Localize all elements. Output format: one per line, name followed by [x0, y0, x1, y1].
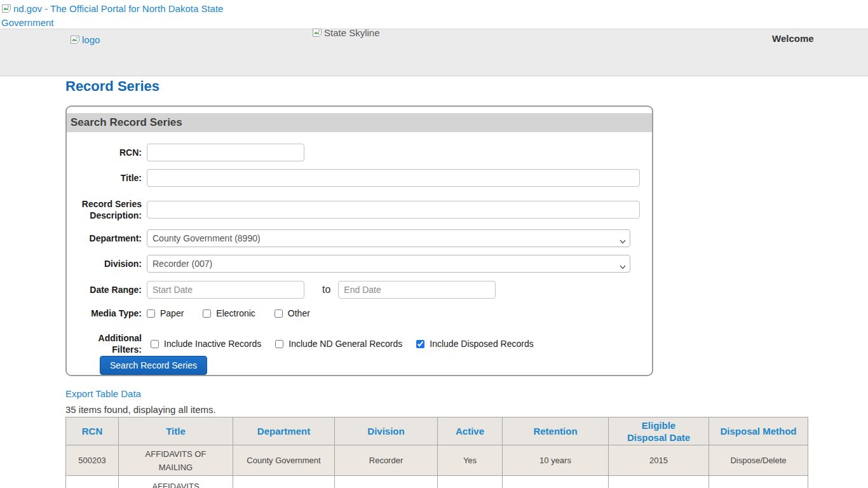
description-label: Record Series Description:	[67, 198, 142, 221]
results-summary: 35 items found, displaying all items.	[65, 404, 216, 415]
export-table-data-link[interactable]: Export Table Data	[65, 388, 141, 399]
date-range-label: Date Range:	[67, 284, 142, 295]
cell-active: Yes	[438, 445, 503, 476]
ndgov-portal-link[interactable]: nd.gov - The Official Portal for North D…	[1, 3, 249, 29]
welcome-text: Welcome	[772, 33, 814, 44]
other-label: Other	[288, 308, 310, 318]
column-header-disposal-method[interactable]: Disposal Method	[709, 417, 808, 445]
column-header-title[interactable]: Title	[119, 417, 233, 445]
additional-filters-label: Additional Filters:	[67, 332, 142, 355]
media-option-paper[interactable]: Paper	[147, 308, 184, 318]
cell-retention: 10 years	[503, 445, 609, 476]
search-panel-title: Search Record Series	[67, 113, 652, 132]
page: nd.gov - The Official Portal for North D…	[0, 0, 868, 488]
cell-department	[233, 476, 335, 488]
cell-disposal-method	[709, 476, 808, 488]
other-checkbox[interactable]	[275, 309, 283, 318]
filter-include-nd-general[interactable]: Include ND General Records	[275, 339, 402, 349]
description-input[interactable]	[147, 201, 640, 219]
start-date-input[interactable]	[147, 281, 304, 299]
broken-image-icon	[312, 28, 323, 39]
department-select[interactable]: County Government (8990)	[147, 229, 630, 247]
cell-disposal-method: Dispose/Delete	[709, 445, 808, 476]
table-row: AFFIDAVITS	[66, 476, 808, 488]
include-nd-general-checkbox[interactable]	[275, 340, 283, 348]
cell-department: County Government	[233, 445, 335, 476]
column-header-retention[interactable]: Retention	[503, 417, 609, 445]
title-label: Title:	[67, 172, 142, 184]
media-option-other[interactable]: Other	[275, 308, 310, 318]
cell-title: AFFIDAVITS OF MAILING	[119, 445, 233, 476]
cell-rcn: 500203	[66, 445, 119, 476]
cell-title: AFFIDAVITS	[119, 476, 233, 488]
cell-active	[438, 476, 503, 488]
cell-retention	[503, 476, 609, 488]
cell-division	[335, 476, 438, 488]
search-record-series-button[interactable]: Search Record Series	[100, 356, 207, 375]
include-disposed-label: Include Disposed Records	[430, 339, 533, 349]
end-date-input[interactable]	[338, 281, 496, 299]
column-header-eligible-disposal-date[interactable]: Eligible Disposal Date	[609, 417, 709, 445]
column-header-department[interactable]: Department	[233, 417, 335, 445]
top-strip: nd.gov - The Official Portal for North D…	[0, 0, 868, 29]
skyline-image: State Skyline	[312, 27, 380, 39]
electronic-label: Electronic	[216, 308, 255, 318]
media-type-label: Media Type:	[67, 308, 142, 319]
column-header-rcn[interactable]: RCN	[66, 417, 119, 445]
include-inactive-label: Include Inactive Records	[164, 339, 261, 349]
cell-eligible-disposal-date: 2015	[609, 445, 709, 476]
record-series-table: RCN Title Department Division Active Ret…	[65, 417, 808, 488]
date-range-to-text: to	[322, 284, 330, 295]
cell-rcn	[66, 476, 119, 488]
cell-eligible-disposal-date	[609, 476, 709, 488]
broken-image-icon	[70, 35, 81, 46]
title-input[interactable]	[147, 169, 640, 187]
logo-alt-text: logo	[82, 34, 100, 45]
rcn-input[interactable]	[147, 144, 304, 161]
search-panel: Search Record Series RCN: Title: Record …	[65, 105, 653, 376]
rcn-label: RCN:	[67, 147, 142, 158]
header-band: logo State Skyline Welcome	[0, 29, 868, 76]
include-inactive-checkbox[interactable]	[151, 340, 159, 348]
include-disposed-checkbox[interactable]	[416, 340, 424, 348]
column-header-active[interactable]: Active	[438, 417, 503, 445]
cell-division: Recorder	[335, 445, 438, 476]
division-select[interactable]: Recorder (007)	[147, 255, 630, 273]
division-label: Division:	[67, 258, 142, 269]
logo-link[interactable]: logo	[70, 34, 100, 46]
paper-label: Paper	[160, 308, 184, 318]
filter-include-disposed[interactable]: Include Disposed Records	[416, 339, 533, 349]
electronic-checkbox[interactable]	[203, 309, 211, 318]
skyline-alt-text: State Skyline	[324, 27, 380, 38]
media-option-electronic[interactable]: Electronic	[203, 308, 255, 318]
include-nd-general-label: Include ND General Records	[288, 339, 402, 349]
table-row: 500203 AFFIDAVITS OF MAILING County Gove…	[66, 445, 808, 476]
filter-include-inactive[interactable]: Include Inactive Records	[151, 339, 261, 349]
table-header-row: RCN Title Department Division Active Ret…	[66, 417, 808, 445]
broken-image-icon	[1, 4, 12, 17]
paper-checkbox[interactable]	[147, 309, 155, 318]
page-title: Record Series	[65, 78, 159, 95]
department-label: Department:	[67, 233, 142, 244]
column-header-division[interactable]: Division	[335, 417, 438, 445]
portal-link-label: nd.gov - The Official Portal for North D…	[1, 3, 223, 28]
